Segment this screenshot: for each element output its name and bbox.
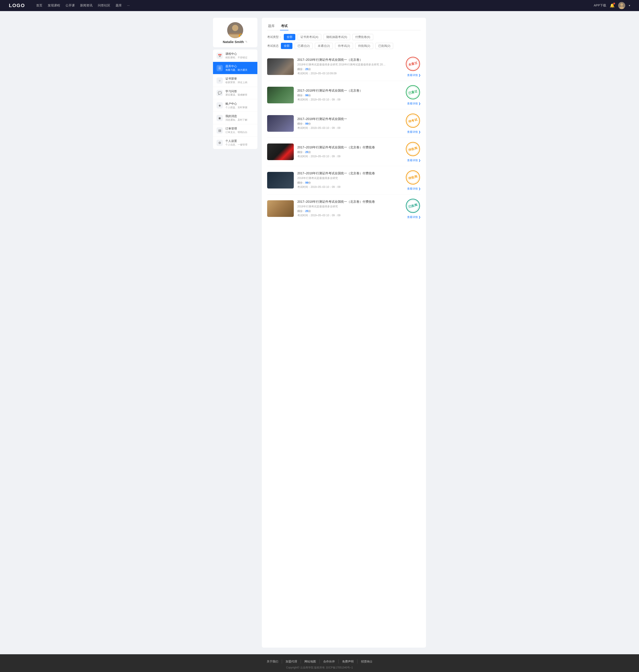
navbar: LOGO 首页发现课程公开课新闻资讯问答社区题库··· APP下载 🔔 ▾ [0,0,639,11]
tab-exam-tab[interactable]: 考试 [280,22,289,30]
exam-score-2: 得分：99分 [297,94,402,97]
type-filter-row: 考试类型： 全部证书类考试(4)随机抽题考试(5)付费批卷(6) [267,34,421,40]
sidebar-item-question-bank[interactable]: ☰ 题库中心 海量习题、助力通关 [213,62,258,74]
sidebar-title-account: 账户中心 [225,102,254,106]
exam-detail-link-1[interactable]: 查看详情 ❯ [407,74,421,77]
type-filter-label: 考试类型： [267,35,282,39]
exam-thumb-2 [267,87,294,103]
status-filter-passed[interactable]: 已通过(2) [295,43,313,49]
exam-item-5: 2017–2018年行测证件考试全国统一（北京卷）付费批卷 2018年行测考试是… [267,166,421,194]
footer-link-jobs[interactable]: 招贤纳士 [357,660,376,663]
sidebar-title-course-center: 课程中心 [225,52,254,56]
exam-status-4: 待批阅 [405,141,421,157]
exam-info-5: 2017–2018年行测证件考试全国统一（北京卷）付费批卷 2018年行测考试是… [297,172,402,189]
exam-title-1: 2017–2018年行测证件考试全国统一（北京卷） [297,58,402,62]
logo[interactable]: LOGO [9,3,25,9]
exam-time-6: 考试时间：2019–05–03 10：09：09 [297,213,402,217]
type-filter-certificate[interactable]: 证书类考试(4) [298,34,321,40]
sidebar-item-orders[interactable]: ▤ 订单管理 订单支出、明明白白 [213,124,258,137]
status-filter-pending[interactable]: 待考试(2) [335,43,353,49]
sidebar-icon-settings: ⚙ [217,140,223,146]
exam-title-5: 2017–2018年行测证件考试全国统一（北京卷）付费批卷 [297,172,402,175]
nav-link-qa[interactable]: 问答社区 [98,3,110,7]
sidebar-title-question-bank: 题库中心 [225,65,254,68]
svg-point-1 [620,3,623,6]
exam-score-value-6: 25 [305,210,308,213]
exam-stamp-6: 已批阅 [404,197,422,214]
sidebar-item-certificate[interactable]: ○ 证书荣誉 收获荣誉、持证上岗 [213,74,258,87]
top-tabs: 题库考试 [267,22,421,30]
exam-info-3: 2017–2018年行测证件考试全国统一 得分：99分 考试时间：2019–05… [297,117,402,130]
sidebar-item-account[interactable]: ◈ 账户中心 个人权益、实时掌握 [213,99,258,112]
status-filter-reviewed[interactable]: 已批阅(2) [375,43,393,49]
sidebar-profile: 🏅 Natalie Smith ✎ [213,18,258,47]
status-filter-row: 考试状态 全部已通过(2)未通过(2)待考试(2)待批阅(2)已批阅(2) [267,43,421,49]
exam-detail-link-2[interactable]: 查看详情 ❯ [407,102,421,106]
notification-bell[interactable]: 🔔 [610,3,614,8]
exam-status-5: 待批阅 [405,170,421,185]
sidebar-item-messages[interactable]: ◉ 我的消息 消息通知、及时了解 [213,112,258,124]
exam-right-1: 未通过 查看详情 ❯ [405,56,421,77]
exam-time-1: 考试时间：2019–05–03 10:09:09 [297,71,402,76]
exam-score-4: 得分：25分 [297,150,402,154]
status-filter-all[interactable]: 全部 [281,43,293,49]
sidebar-subtitle-messages: 消息通知、及时了解 [225,118,254,121]
exam-list: 2017–2018年行测证件考试全国统一（北京卷） 2018年行测考试是最值得多… [267,52,421,223]
exam-detail-link-6[interactable]: 查看详情 ❯ [407,215,421,219]
profile-edit-icon[interactable]: ✎ [245,40,248,44]
type-filter-paid[interactable]: 付费批卷(6) [352,34,373,40]
exam-score-value-1: 25 [305,68,308,71]
sidebar-title-messages: 我的消息 [225,114,254,118]
user-menu-chevron[interactable]: ▾ [629,4,630,7]
user-avatar[interactable] [618,2,625,9]
exam-status-3: 待考试 [405,113,421,128]
exam-detail-link-4[interactable]: 查看详情 ❯ [407,159,421,162]
exam-title-3: 2017–2018年行测证件考试全国统一 [297,117,402,121]
nav-link-more[interactable]: ··· [127,3,130,7]
sidebar-item-study-qa[interactable]: 💬 学习问答 课后重温、疑难解答 [213,87,258,99]
sidebar-icon-certificate: ○ [217,77,223,84]
exam-score-1: 得分：25分 [297,67,402,71]
tab-question-bank-tab[interactable]: 题库 [267,22,276,30]
profile-name-row: Natalie Smith ✎ [223,40,248,44]
profile-badge: 🏅 [239,34,243,38]
footer-link-sitemap[interactable]: 网站地图 [301,660,320,663]
sidebar-subtitle-settings: 个人信息、一键管理 [225,143,254,146]
footer-link-partners[interactable]: 合作伙伴 [320,660,339,663]
exam-thumb-inner-2 [267,87,294,103]
nav-link-qbank[interactable]: 题库 [115,3,122,7]
app-download-link[interactable]: APP下载 [594,3,606,7]
exam-title-6: 2017–2018年行测证件考试全国统一（北京卷）付费批卷 [297,200,402,204]
nav-link-discover[interactable]: 发现课程 [48,3,60,7]
sidebar-icon-messages: ◉ [217,115,223,121]
sidebar: 🏅 Natalie Smith ✎ 📅 课程中心 精彩课程、不容错过 ☰ 题库中… [213,18,258,647]
exam-thumb-5 [267,172,294,189]
sidebar-subtitle-certificate: 收获荣誉、持证上岗 [225,81,254,84]
sidebar-icon-study-qa: 💬 [217,90,223,96]
exam-score-6: 得分：25分 [297,209,402,213]
footer: 关于我们加盟代理网站地图合作伙伴免费声明招贤纳士 Copyright© 云朵商学… [0,654,639,672]
status-filter-wait-review[interactable]: 待批阅(2) [355,43,373,49]
status-filter-failed[interactable]: 未通过(2) [315,43,333,49]
exam-item-4: 2017–2018年行测证件考试全国统一（北京卷）付费批卷 得分：25分 考试时… [267,138,421,166]
exam-item-2: 2017–2018年行测证件考试全国统一（北京卷） 得分：99分 考试时间：20… [267,81,421,109]
nav-link-news[interactable]: 新闻资讯 [80,3,93,7]
footer-links: 关于我们加盟代理网站地图合作伙伴免费声明招贤纳士 [4,660,635,663]
exam-detail-link-5[interactable]: 查看详情 ❯ [407,187,421,191]
exam-thumb-inner-5 [267,172,294,189]
footer-link-disclaimer[interactable]: 免费声明 [339,660,357,663]
footer-link-about[interactable]: 关于我们 [263,660,282,663]
exam-detail-link-3[interactable]: 查看详情 ❯ [407,130,421,134]
exam-stamp-5: 待批阅 [404,169,422,186]
type-filter-random[interactable]: 随机抽题考试(5) [324,34,350,40]
type-filter-all[interactable]: 全部 [284,34,295,40]
exam-desc-5: 2018年行测考试是最值得多去研究 [297,176,386,180]
nav-link-home[interactable]: 首页 [36,3,42,7]
sidebar-item-settings[interactable]: ⚙ 个人设置 个人信息、一键管理 [213,137,258,149]
profile-avatar[interactable]: 🏅 [227,22,243,38]
exam-score-value-4: 25 [305,150,308,154]
nav-link-opencourse[interactable]: 公开课 [65,3,75,7]
footer-link-agent[interactable]: 加盟代理 [282,660,301,663]
exam-item-3: 2017–2018年行测证件考试全国统一 得分：99分 考试时间：2019–05… [267,109,421,138]
sidebar-item-course-center[interactable]: 📅 课程中心 精彩课程、不容错过 [213,49,258,62]
